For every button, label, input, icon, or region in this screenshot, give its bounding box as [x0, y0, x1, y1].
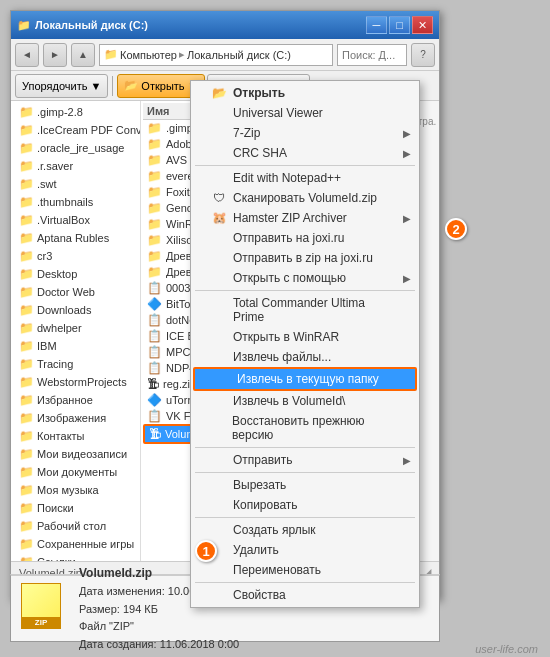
sidebar-item-searches[interactable]: 📁 Поиски [11, 499, 140, 517]
ctx-send-joxi[interactable]: Отправить на joxi.ru [191, 228, 419, 248]
ctx-sep-4 [195, 472, 415, 473]
name-column-header: Имя [147, 105, 169, 117]
up-button[interactable]: ▲ [71, 43, 95, 67]
sidebar-item-documents[interactable]: 📁 Мои документы [11, 463, 140, 481]
sidebar-item-videos[interactable]: 📁 Мои видеозаписи [11, 445, 140, 463]
folder-icon: 📁 [19, 429, 34, 443]
folder-icon: 📁 [19, 303, 34, 317]
ctx-extract-files[interactable]: Извлечь файлы... [191, 347, 419, 367]
ctx-7zip[interactable]: 7-Zip ▶ [191, 123, 419, 143]
submenu-arrow-icon: ▶ [403, 213, 411, 224]
organize-label: Упорядочить [22, 80, 87, 92]
help-button[interactable]: ? [411, 43, 435, 67]
search-input[interactable] [337, 44, 407, 66]
address-path[interactable]: 📁 Компьютер ▸ Локальный диск (C:) [99, 44, 333, 66]
search-bar [337, 44, 407, 66]
sidebar-item-ibm[interactable]: 📁 IBM [11, 337, 140, 355]
ctx-send-zip-joxi[interactable]: Отправить в zip на joxi.ru [191, 248, 419, 268]
sidebar-item-dwhelper[interactable]: 📁 dwhelper [11, 319, 140, 337]
folder-icon: 📁 [147, 233, 162, 247]
submenu-arrow-icon: ▶ [403, 273, 411, 284]
folder-icon-small: 📁 [104, 48, 118, 61]
folder-icon: 📁 [19, 357, 34, 371]
folder-icon: 📁 [147, 265, 162, 279]
sidebar-item-downloads[interactable]: 📁 Downloads [11, 301, 140, 319]
ctx-properties[interactable]: Свойства [191, 585, 419, 605]
ctx-notepadpp[interactable]: Edit with Notepad++ [191, 168, 419, 188]
sidebar-item-tracing[interactable]: 📁 Tracing [11, 355, 140, 373]
folder-icon: 📁 [19, 465, 34, 479]
sidebar-item-desktop[interactable]: 📁 Desktop [11, 265, 140, 283]
ctx-extract-volumeid[interactable]: Извлечь в VolumeId\ [191, 391, 419, 411]
folder-icon: 📁 [19, 141, 34, 155]
sidebar-item-webstorm[interactable]: 📁 WebstormProjects [11, 373, 140, 391]
sidebar-item-gimp[interactable]: 📁 .gimp-2.8 [11, 103, 140, 121]
toolbar-separator [112, 76, 113, 96]
folder-icon: 📁 [19, 249, 34, 263]
file-icon: 📋 [147, 281, 162, 295]
title-bar-buttons: ─ □ ✕ [366, 16, 433, 34]
open-label: Открыть [141, 80, 184, 92]
sidebar-item-aptana[interactable]: 📁 Aptana Rubles [11, 229, 140, 247]
maximize-button[interactable]: □ [389, 16, 410, 34]
ctx-open[interactable]: 📂 Открыть [191, 83, 419, 103]
file-icon: 📋 [147, 313, 162, 327]
badge-1: 1 [195, 540, 217, 562]
ctx-hamster[interactable]: 🐹 Hamster ZIP Archiver ▶ [191, 208, 419, 228]
sidebar-item-swt[interactable]: 📁 .swt [11, 175, 140, 193]
sidebar-item-savedgames[interactable]: 📁 Сохраненные игры [11, 535, 140, 553]
ctx-scan[interactable]: 🛡 Сканировать VolumeId.zip [191, 188, 419, 208]
file-created: Дата создания: 11.06.2018 0:00 [79, 636, 429, 654]
minimize-button[interactable]: ─ [366, 16, 387, 34]
ctx-sep-3 [195, 447, 415, 448]
submenu-arrow-icon: ▶ [403, 455, 411, 466]
sidebar-item-virtualbox[interactable]: 📁 .VirtualBox [11, 211, 140, 229]
ctx-send-to[interactable]: Отправить ▶ [191, 450, 419, 470]
zip-label: ZIP [35, 618, 47, 627]
sidebar-item-favorites[interactable]: 📁 Избранное [11, 391, 140, 409]
ctx-create-shortcut[interactable]: Создать ярлык [191, 520, 419, 540]
organize-button[interactable]: Упорядочить ▼ [15, 74, 108, 98]
back-button[interactable]: ◄ [15, 43, 39, 67]
sidebar-item-music[interactable]: 📁 Моя музыка [11, 481, 140, 499]
sidebar-item-icecream[interactable]: 📁 .IceCream PDF Conv... [11, 121, 140, 139]
sidebar-item-doctorweb[interactable]: 📁 Doctor Web [11, 283, 140, 301]
ctx-rename[interactable]: Переименовать [191, 560, 419, 580]
zip-file-icon-large: ZIP [21, 583, 69, 635]
folder-title-icon: 📁 [17, 19, 31, 32]
ctx-delete[interactable]: Удалить [191, 540, 419, 560]
title-bar: 📁 Локальный диск (C:) ─ □ ✕ [11, 11, 439, 39]
ctx-cut[interactable]: Вырезать [191, 475, 419, 495]
sidebar-item-thumbnails[interactable]: 📁 .thumbnails [11, 193, 140, 211]
folder-icon: 📁 [19, 105, 34, 119]
sidebar-item-cr3[interactable]: 📁 cr3 [11, 247, 140, 265]
folder-icon: 📁 [19, 447, 34, 461]
sidebar-item-images[interactable]: 📁 Изображения [11, 409, 140, 427]
folder-icon: 📁 [147, 185, 162, 199]
sidebar-item-links[interactable]: 📁 Ссылки [11, 553, 140, 561]
ctx-open-with[interactable]: Открыть с помощью ▶ [191, 268, 419, 288]
close-button[interactable]: ✕ [412, 16, 433, 34]
ctx-universal-viewer[interactable]: Universal Viewer [191, 103, 419, 123]
folder-icon: 📁 [19, 501, 34, 515]
folder-icon: 📁 [19, 339, 34, 353]
ctx-crc-sha[interactable]: CRC SHA ▶ [191, 143, 419, 163]
folder-icon: 📁 [147, 121, 162, 135]
sidebar-item-contacts[interactable]: 📁 Контакты [11, 427, 140, 445]
ctx-extract-here[interactable]: Извлечь в текущую папку [193, 367, 417, 391]
ctx-open-winrar[interactable]: Открыть в WinRAR [191, 327, 419, 347]
sidebar-item-rsaver[interactable]: 📁 .r.saver [11, 157, 140, 175]
folder-icon: 📁 [19, 123, 34, 137]
folder-icon: 📁 [147, 169, 162, 183]
sidebar-item-oracle[interactable]: 📁 .oracle_jre_usage [11, 139, 140, 157]
watermark: user-life.com [475, 643, 538, 655]
file-icon: 📋 [147, 409, 162, 423]
ctx-restore-version[interactable]: Восстановить прежнюю версию [191, 411, 419, 445]
folder-icon: 📁 [19, 411, 34, 425]
forward-button[interactable]: ► [43, 43, 67, 67]
ctx-copy[interactable]: Копировать [191, 495, 419, 515]
folder-icon: 📁 [19, 375, 34, 389]
file-type: Файл "ZIP" [79, 618, 429, 636]
sidebar-item-workspace[interactable]: 📁 Рабочий стол [11, 517, 140, 535]
ctx-total-commander[interactable]: Total Commander Ultima Prime [191, 293, 419, 327]
